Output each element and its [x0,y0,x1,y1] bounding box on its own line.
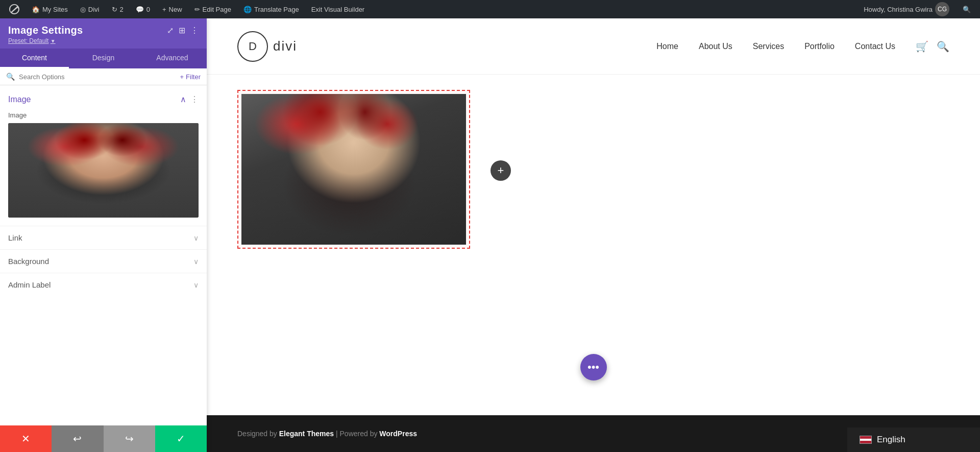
tab-design[interactable]: Design [69,49,138,68]
filter-label: Filter [186,73,201,81]
image-section-header[interactable]: Image ∧ ⋮ [0,85,207,109]
sidebar-search-bar: 🔍 + Filter [0,68,207,85]
search-nav-icon[interactable]: 🔍 [937,40,949,53]
refresh-icon: ↻ [112,6,117,13]
plus-icon: + [498,164,504,177]
site-nav: Home About Us Services Portfolio Contact… [656,40,949,53]
sidebar: Image Settings ⤢ ⊞ ⋮ Preset: Default ▼ C… [0,18,207,452]
sidebar-columns-icon[interactable]: ⊞ [179,26,185,35]
plus-icon: + [162,6,166,13]
exit-vb-label: Exit Visual Builder [311,6,365,13]
cancel-button[interactable]: ✕ [0,425,52,452]
nav-home[interactable]: Home [656,42,678,51]
link-section-header[interactable]: Link ∨ [0,226,207,249]
divi-icon: ◎ [80,6,86,13]
fab-icon: ••• [587,361,599,374]
redo-icon: ↪ [125,433,134,445]
avatar: CG [935,2,949,16]
nav-services[interactable]: Services [753,42,784,51]
new-button[interactable]: + New [157,0,187,18]
link-section: Link ∨ [0,226,207,249]
canvas-area: D divi Home About Us Services Portfolio … [207,18,980,452]
language-label: English [877,435,905,445]
search-admin-button[interactable]: 🔍 [958,0,976,18]
admin-bar: 🏠 My Sites ◎ Divi ↻ 2 💬 0 + New ✏ Edit P… [0,0,980,18]
filter-button[interactable]: + Filter [180,73,201,81]
logo-circle: D [237,31,268,62]
cart-icon[interactable]: 🛒 [916,40,928,53]
comments-button[interactable]: 💬 0 [131,0,155,18]
canvas-image [241,94,466,245]
sidebar-tabs: Content Design Advanced [0,49,207,68]
refresh-count: 2 [120,6,124,13]
comment-icon: 💬 [136,6,144,13]
site-header: D divi Home About Us Services Portfolio … [207,18,980,75]
admin-label-chevron-icon[interactable]: ∨ [193,281,199,289]
image-module-container: + [237,90,470,251]
save-button[interactable]: ✓ [155,425,207,452]
background-section-title: Background [8,257,49,266]
sidebar-menu-icon[interactable]: ⋮ [190,26,199,35]
image-field-label: Image [0,109,207,123]
footer-credits: Designed by Elegant Themes | Powered by … [237,430,417,438]
save-icon: ✓ [177,433,185,445]
user-menu-button[interactable]: Howdy, Christina Gwira CG [859,0,954,18]
search-icon: 🔍 [6,73,15,81]
image-section: Image ∧ ⋮ Image [0,85,207,218]
powered-by-text: | Powered by [336,430,377,438]
exit-visual-builder-button[interactable]: Exit Visual Builder [306,0,370,18]
wp-logo-button[interactable] [4,0,24,18]
add-module-button[interactable]: + [491,160,511,181]
comments-count: 0 [146,6,150,13]
logo-letter: D [249,40,257,53]
edit-page-label: Edit Page [203,6,231,13]
pencil-icon: ✏ [194,6,200,13]
admin-label-section-header[interactable]: Admin Label ∨ [0,273,207,296]
image-section-title: Image [8,95,31,104]
site-logo[interactable]: D divi [237,31,297,62]
image-preview[interactable] [8,123,199,218]
fab-button[interactable]: ••• [580,354,607,380]
image-collapse-chevron[interactable]: ∧ [180,94,186,104]
divi-button[interactable]: ◎ Divi [75,0,105,18]
new-label: New [169,6,182,13]
sidebar-header: Image Settings ⤢ ⊞ ⋮ Preset: Default ▼ [0,18,207,49]
sidebar-preset[interactable]: Preset: Default ▼ [8,37,199,44]
user-label: Howdy, Christina Gwira [864,6,933,13]
my-sites-label: My Sites [42,6,68,13]
background-section: Background ∨ [0,249,207,273]
edit-page-button[interactable]: ✏ Edit Page [189,0,236,18]
preset-label: Preset: Default [8,37,48,44]
admin-label-section-title: Admin Label [8,280,51,289]
logo-text: divi [273,38,297,54]
my-sites-button[interactable]: 🏠 My Sites [27,0,73,18]
translate-icon: 🌐 [243,6,252,13]
sidebar-resize-icon[interactable]: ⤢ [167,26,174,35]
link-section-title: Link [8,233,22,242]
background-chevron-icon[interactable]: ∨ [193,257,199,266]
tab-content[interactable]: Content [0,49,69,68]
tab-advanced[interactable]: Advanced [138,49,207,68]
link-chevron-icon[interactable]: ∨ [193,234,199,242]
undo-button[interactable]: ↩ [52,425,103,452]
background-section-header[interactable]: Background ∨ [0,250,207,273]
redo-button[interactable]: ↪ [104,425,155,452]
divi-label: Divi [88,6,100,13]
sidebar-content: Image ∧ ⋮ Image Link ∨ [0,85,207,425]
wordpress-text: WordPress [379,430,417,438]
image-module[interactable] [237,90,470,249]
admin-label-section: Admin Label ∨ [0,273,207,296]
bottom-action-bar: ✕ ↩ ↪ ✓ [0,425,207,452]
nav-about[interactable]: About Us [699,42,732,51]
sidebar-title: Image Settings [8,25,83,36]
search-input[interactable] [19,73,176,81]
nav-contact[interactable]: Contact Us [855,42,895,51]
sites-icon: 🏠 [32,6,40,13]
translate-page-button[interactable]: 🌐 Translate Page [238,0,304,18]
image-section-menu[interactable]: ⋮ [190,94,199,104]
cancel-icon: ✕ [21,433,30,445]
nav-portfolio[interactable]: Portfolio [804,42,835,51]
language-selector[interactable]: English [847,427,980,452]
refresh-button[interactable]: ↻ 2 [107,0,129,18]
designed-by-text: Designed by [237,430,277,438]
